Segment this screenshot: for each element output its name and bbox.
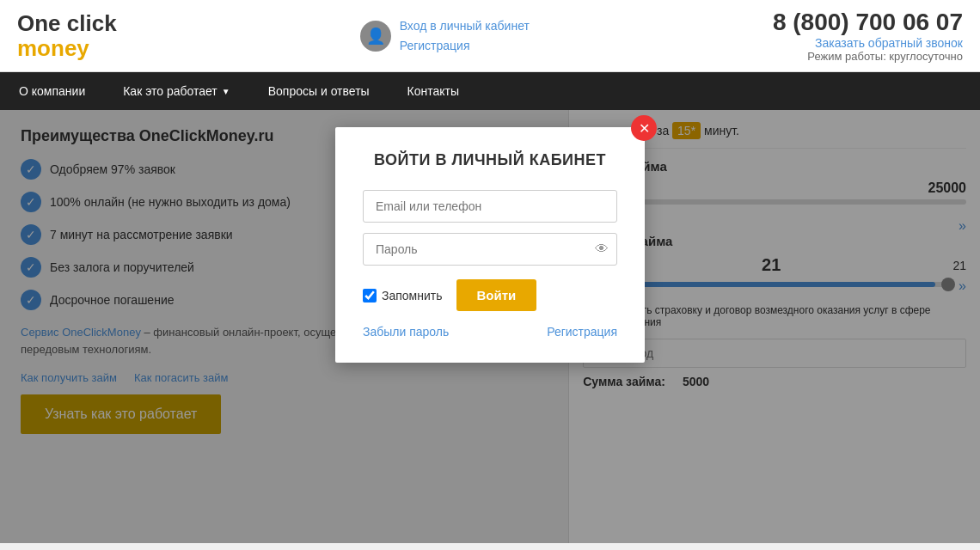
login-modal: ✕ ВОЙТИ В ЛИЧНЫЙ КАБИНЕТ 👁 Запомнить Вой… [335,127,645,363]
main-nav: О компании Как это работает ▼ Вопросы и … [0,72,980,110]
logo: One click money [17,11,117,60]
modal-links: Забыли пароль Регистрация [363,325,617,339]
email-input[interactable] [363,190,617,223]
logo-click: click [67,10,117,36]
password-input[interactable] [363,233,617,266]
main-content: Преимущества OneClickMoney.ru ✓ Одобряем… [0,110,980,543]
register-modal-link[interactable]: Регистрация [547,325,617,339]
header: One click money 👤 Вход в личный кабинет … [0,0,980,72]
header-login-area: 👤 Вход в личный кабинет Регистрация [360,16,530,55]
modal-actions: Запомнить Войти [363,279,617,311]
working-hours: Режим работы: круглосуточно [773,50,963,63]
modal-title: ВОЙТИ В ЛИЧНЫЙ КАБИНЕТ [363,151,617,169]
close-button[interactable]: ✕ [631,115,657,141]
login-button[interactable]: Войти [456,279,537,311]
logo-money: money [17,35,89,61]
password-wrapper: 👁 [363,233,617,266]
nav-how[interactable]: Как это работает ▼ [104,72,248,110]
remember-label[interactable]: Запомнить [363,289,443,302]
register-link[interactable]: Регистрация [400,36,530,55]
chevron-down-icon: ▼ [222,87,230,96]
person-icon: 👤 [360,21,391,52]
nav-about[interactable]: О компании [0,72,104,110]
forgot-password-link[interactable]: Забыли пароль [363,325,449,339]
callback-link[interactable]: Заказать обратный звонок [773,36,963,50]
phone-number: 8 (800) 700 06 07 [773,9,963,36]
remember-checkbox[interactable] [363,289,377,302]
modal-overlay: ✕ ВОЙТИ В ЛИЧНЫЙ КАБИНЕТ 👁 Запомнить Вой… [0,110,980,543]
nav-contacts[interactable]: Контакты [389,72,478,110]
header-contact: 8 (800) 700 06 07 Заказать обратный звон… [773,9,963,63]
logo-one: One [17,10,67,36]
eye-icon[interactable]: 👁 [595,241,609,257]
nav-faq[interactable]: Вопросы и ответы [249,72,389,110]
login-link[interactable]: Вход в личный кабинет [400,16,530,35]
